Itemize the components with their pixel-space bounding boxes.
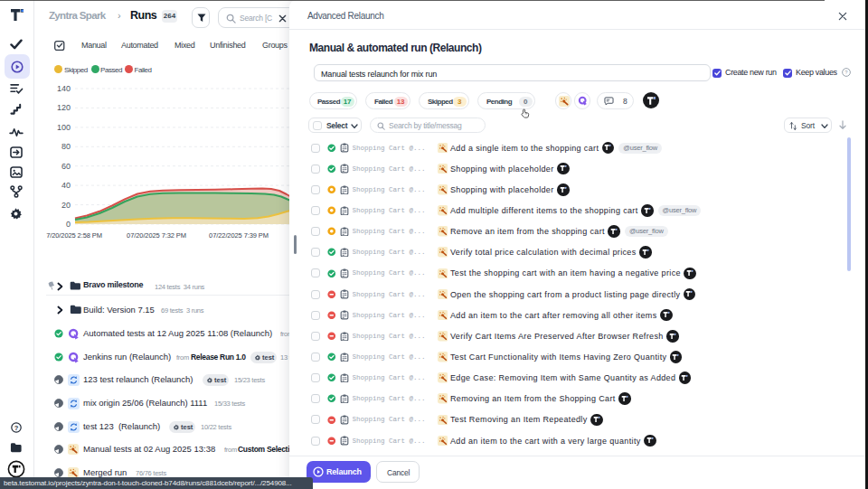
svg-text:100: 100 [57, 123, 71, 132]
svg-text:120: 120 [57, 103, 71, 112]
svg-text:80: 80 [61, 142, 71, 151]
svg-text:?: ? [844, 70, 848, 75]
svg-text:140: 140 [57, 84, 71, 93]
svg-text:?: ? [14, 424, 19, 432]
svg-text:60: 60 [61, 162, 71, 171]
svg-text:7/20/2025 2:58 PM: 7/20/2025 2:58 PM [46, 231, 102, 240]
svg-text:20: 20 [61, 201, 71, 210]
svg-text:40: 40 [61, 181, 71, 190]
svg-text:07/22/2025 7:39 PM: 07/22/2025 7:39 PM [209, 231, 269, 240]
svg-text:0: 0 [66, 220, 71, 229]
svg-text:07/20/2025 7:32 PM: 07/20/2025 7:32 PM [127, 231, 186, 240]
